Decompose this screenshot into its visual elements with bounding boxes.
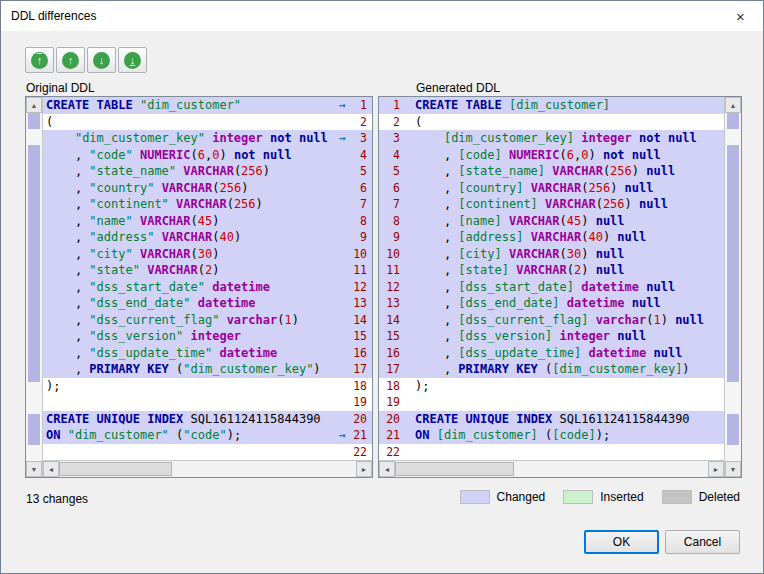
original-code-area[interactable]: CREATE TABLE "dim_customer"→1(2 "dim_cus… — [43, 97, 372, 460]
last-difference-button[interactable]: ↓ — [118, 47, 147, 73]
original-horizontal-scrollbar[interactable]: ◄ ► — [43, 460, 372, 477]
line-number: 16 — [386, 345, 405, 362]
generated-ddl-panel: 1CREATE TABLE [dim_customer]2(3 [dim_cus… — [378, 96, 742, 478]
original-scroll-track[interactable] — [26, 113, 42, 461]
line-number-gutter: 5 — [379, 163, 412, 180]
line-number-gutter: 17 — [335, 361, 372, 378]
code-line: ON "dim_customer" ("code");→21 — [43, 427, 372, 444]
diff-overview-mark — [727, 366, 739, 382]
diff-overview-mark — [28, 240, 40, 256]
scroll-down-icon[interactable]: ▼ — [26, 461, 42, 477]
code-text: , "code" NUMERIC(6,0) not null — [43, 147, 335, 164]
line-number: 22 — [350, 444, 372, 461]
line-number: 22 — [386, 444, 405, 461]
line-number-gutter: 3 — [379, 130, 412, 147]
code-line: , "dss_current_flag" varchar(1)14 — [43, 312, 372, 329]
line-number-gutter: 20 — [379, 411, 412, 428]
line-number-gutter: 1 — [379, 97, 412, 114]
line-number: 11 — [386, 262, 405, 279]
diff-overview-mark — [28, 192, 40, 208]
line-number: 5 — [393, 163, 405, 180]
previous-difference-icon: ↑ — [62, 52, 79, 69]
code-line: CREATE UNIQUE INDEX SQL16112411584439020 — [43, 411, 372, 428]
code-line: , "continent" VARCHAR(256)7 — [43, 196, 372, 213]
first-difference-button[interactable]: ↑ — [25, 47, 54, 73]
legend-swatch-changed — [460, 490, 490, 504]
line-number: 21 — [350, 427, 372, 444]
diff-arrow-icon: → — [335, 97, 350, 114]
diff-overview-mark — [28, 160, 40, 176]
line-number-gutter: →21 — [335, 427, 372, 444]
line-number: 18 — [386, 378, 405, 395]
original-hscroll-thumb[interactable] — [59, 462, 172, 476]
line-number-gutter: 6 — [335, 180, 372, 197]
code-line: , "dss_update_time" datetime16 — [43, 345, 372, 362]
generated-horizontal-scrollbar[interactable]: ◄ ► — [379, 460, 724, 477]
previous-difference-button[interactable]: ↑ — [56, 47, 85, 73]
generated-scroll-track[interactable] — [725, 113, 741, 461]
code-line: 15 , [dss_version] integer null — [379, 328, 724, 345]
code-text: , [name] VARCHAR(45) null — [412, 213, 724, 230]
line-number-gutter: 5 — [335, 163, 372, 180]
diff-overview-mark — [727, 414, 739, 430]
diff-overview-mark — [727, 113, 739, 129]
code-line: 16 , [dss_update_time] datetime null — [379, 345, 724, 362]
line-number: 1 — [350, 97, 372, 114]
code-text: CREATE TABLE "dim_customer" — [43, 97, 335, 114]
legend-label-changed: Changed — [497, 490, 546, 504]
last-difference-icon: ↓ — [124, 52, 141, 69]
code-text — [43, 444, 335, 461]
scroll-right-icon[interactable]: ► — [356, 461, 372, 477]
line-number: 12 — [350, 279, 372, 296]
code-line: 9 , [address] VARCHAR(40) null — [379, 229, 724, 246]
line-number-gutter: 19 — [335, 394, 372, 411]
code-text: CREATE TABLE [dim_customer] — [412, 97, 724, 114]
line-number-gutter: 22 — [335, 444, 372, 461]
line-number-gutter: 12 — [335, 279, 372, 296]
code-text: ON "dim_customer" ("code"); — [43, 427, 335, 444]
legend-item-deleted: Deleted — [662, 490, 740, 504]
legend-label-inserted: Inserted — [600, 490, 643, 504]
line-number-gutter: 19 — [379, 394, 412, 411]
code-text: , "dss_start_date" datetime — [43, 279, 335, 296]
scroll-up-icon[interactable]: ▲ — [725, 97, 741, 113]
diff-overview-mark — [28, 145, 40, 161]
line-number: 10 — [350, 246, 372, 263]
scroll-left-icon[interactable]: ◄ — [379, 461, 395, 477]
cancel-button[interactable]: Cancel — [665, 530, 740, 554]
line-number-gutter: 21 — [379, 427, 412, 444]
generated-vertical-scrollbar[interactable]: ▲ ▼ — [724, 97, 741, 477]
generated-code-area[interactable]: 1CREATE TABLE [dim_customer]2(3 [dim_cus… — [379, 97, 724, 460]
scroll-up-icon[interactable]: ▲ — [26, 97, 42, 113]
scroll-right-icon[interactable]: ► — [708, 461, 724, 477]
code-text: , [country] VARCHAR(256) null — [412, 180, 724, 197]
diff-overview-mark — [727, 240, 739, 256]
original-vertical-scrollbar[interactable]: ▲ ▼ — [26, 97, 43, 477]
difference-navigation-toolbar: ↑ ↑ ↓ ↓ — [25, 47, 147, 73]
line-number-gutter: 17 — [379, 361, 412, 378]
code-text — [43, 394, 335, 411]
line-number: 5 — [350, 163, 372, 180]
scroll-left-icon[interactable]: ◄ — [43, 461, 59, 477]
code-line: 18); — [379, 378, 724, 395]
line-number: 15 — [386, 328, 405, 345]
dialog-buttons: OK Cancel — [584, 530, 740, 554]
code-text: "dim_customer_key" integer not null — [43, 130, 335, 147]
next-difference-button[interactable]: ↓ — [87, 47, 116, 73]
line-number: 13 — [350, 295, 372, 312]
line-number-gutter: 18 — [335, 378, 372, 395]
code-text: , PRIMARY KEY ([dim_customer_key]) — [412, 361, 724, 378]
code-line: 8 , [name] VARCHAR(45) null — [379, 213, 724, 230]
line-number: 20 — [386, 411, 405, 428]
close-button[interactable]: × — [718, 2, 763, 31]
scroll-down-icon[interactable]: ▼ — [725, 461, 741, 477]
diff-overview-mark — [727, 303, 739, 319]
code-text: , [dss_start_date] datetime null — [412, 279, 724, 296]
ok-button[interactable]: OK — [584, 530, 659, 554]
code-line: , "code" NUMERIC(6,0) not null4 — [43, 147, 372, 164]
code-line: , "name" VARCHAR(45)8 — [43, 213, 372, 230]
code-line: 14 , [dss_current_flag] varchar(1) null — [379, 312, 724, 329]
generated-hscroll-thumb[interactable] — [395, 462, 514, 476]
line-number-gutter: 4 — [379, 147, 412, 164]
diff-overview-mark — [727, 271, 739, 287]
